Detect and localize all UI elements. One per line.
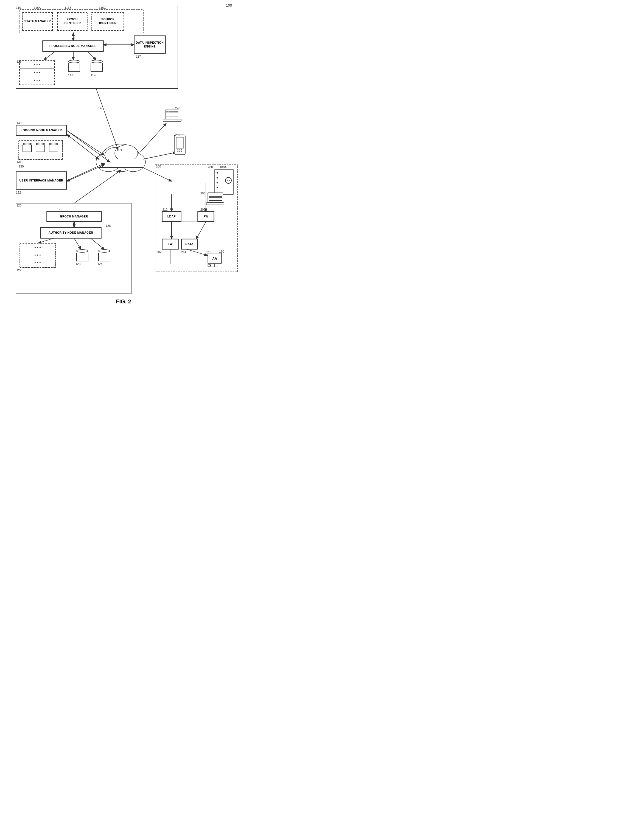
fw-box-203: FW	[198, 211, 214, 222]
svg-point-13	[96, 152, 121, 172]
ref-208: 208	[208, 165, 213, 169]
ref-230: 230	[175, 133, 180, 136]
svg-line-35	[67, 165, 104, 181]
ref-126: 126	[57, 207, 62, 211]
ref-101: 101	[117, 148, 122, 152]
data-box-214: DATA	[181, 239, 198, 249]
ref-117: 117	[136, 55, 141, 58]
fw-203-label: FW	[203, 215, 208, 218]
epoch-identifier-box: EPOCH IDENTIFIER	[57, 12, 87, 31]
user-interface-manager-label: USER INTERFACE MANAGER	[19, 179, 63, 183]
data-inspection-engine-label: DATA INSPECTION ENGINE	[134, 41, 165, 48]
ldap-label: LDAP	[167, 215, 176, 218]
laptop-220	[162, 108, 182, 126]
svg-line-34	[67, 163, 104, 181]
ref-214: 214	[181, 250, 186, 254]
svg-rect-54	[165, 110, 179, 119]
ref-122: 122	[17, 268, 22, 272]
svg-line-33	[67, 134, 99, 159]
cylinder-114	[90, 60, 103, 72]
ref-216: 216	[206, 250, 211, 254]
ref-113: 113	[68, 73, 73, 77]
ref-148: 148	[17, 121, 22, 125]
svg-point-72	[179, 151, 180, 152]
ref-120: 120	[17, 204, 22, 207]
svg-line-28	[39, 238, 53, 243]
logging-node-manager-box: LOGGING NODE MANAGER	[16, 125, 67, 136]
computer-180: AA	[206, 253, 223, 270]
svg-line-11	[88, 51, 96, 60]
ref-132: 132	[16, 191, 21, 194]
ref-116B: 116B	[64, 6, 72, 9]
laptop-206	[206, 192, 224, 208]
ref-202: 202	[156, 250, 161, 254]
epoch-identifier-label: EPOCH IDENTIFIER	[58, 17, 87, 25]
server-208: AA	[215, 170, 233, 194]
logging-db-area	[19, 140, 62, 160]
rack-box-122	[20, 243, 55, 268]
svg-line-29	[74, 238, 81, 249]
svg-line-52	[187, 249, 207, 255]
ref-116A: 116A	[34, 6, 41, 9]
ref-142: 142	[17, 161, 22, 164]
ref-203: 203	[200, 208, 205, 211]
ref-206: 206	[200, 192, 205, 195]
svg-rect-80	[206, 203, 224, 205]
processing-node-manager-box: PROCESSING NODE MANAGER	[42, 41, 103, 51]
svg-line-30	[90, 238, 104, 249]
source-identifier-box: SOURCE IDENTIFIER	[92, 12, 124, 31]
svg-point-14	[121, 152, 145, 172]
ref-124: 124	[97, 262, 102, 265]
svg-point-86	[210, 265, 211, 266]
fw-box-202: FW	[162, 239, 178, 249]
svg-point-68	[177, 149, 178, 150]
svg-line-38	[143, 152, 176, 159]
svg-point-70	[181, 149, 182, 150]
svg-rect-67	[176, 137, 183, 148]
diagram-container: 100 110 116A 116B 116C STATE MANAGER EPO…	[0, 0, 247, 307]
epoch-manager-box: EPOCH MANAGER	[47, 211, 101, 222]
ref-140: 140	[98, 106, 103, 110]
svg-line-36	[74, 170, 121, 203]
user-interface-manager-box: USER INTERFACE MANAGER	[16, 172, 67, 189]
ref-123: 123	[75, 262, 80, 265]
svg-line-9	[44, 51, 55, 60]
svg-rect-65	[163, 119, 181, 121]
ref-220: 220	[175, 106, 180, 110]
svg-point-16	[115, 145, 138, 161]
authority-node-manager-label: AUTHORITY NODE MANAGER	[48, 231, 93, 235]
authority-node-manager-box: AUTHORITY NODE MANAGER	[41, 227, 101, 238]
svg-point-71	[177, 151, 178, 152]
svg-point-15	[105, 147, 126, 163]
ref-180: 180	[219, 250, 224, 253]
rack-box-118	[19, 61, 55, 85]
cylinder-124	[98, 249, 110, 261]
ref-116C: 116C	[99, 6, 106, 9]
source-identifier-label: SOURCE IDENTIFIER	[92, 17, 123, 25]
ref-212: 212	[162, 208, 167, 211]
ref-200: 200	[156, 165, 161, 168]
svg-text:AA: AA	[212, 257, 217, 261]
svg-line-31	[67, 130, 104, 155]
svg-line-39	[143, 167, 172, 181]
cylinder-123	[76, 249, 88, 261]
cylinder-113	[68, 60, 80, 72]
data-label: DATA	[185, 242, 193, 246]
phone-230	[173, 134, 187, 157]
ref-100: 100	[226, 3, 232, 8]
svg-line-32	[67, 130, 110, 162]
processing-node-manager-label: PROCESSING NODE MANAGER	[50, 44, 97, 48]
svg-line-50	[196, 222, 206, 239]
epoch-manager-label: EPOCH MANAGER	[60, 215, 88, 218]
state-manager-box: STATE MANAGER	[22, 12, 53, 31]
ref-130: 130	[19, 165, 23, 168]
ref-110: 110	[16, 6, 21, 9]
fig-caption: FIG. 2	[116, 298, 131, 305]
svg-rect-17	[99, 159, 143, 167]
ref-128: 128	[106, 224, 111, 227]
ldap-box: LDAP	[162, 211, 181, 222]
svg-point-69	[179, 149, 180, 150]
fw-202-label: FW	[168, 242, 172, 246]
svg-line-37	[140, 123, 166, 152]
state-manager-label: STATE MANAGER	[25, 19, 51, 23]
